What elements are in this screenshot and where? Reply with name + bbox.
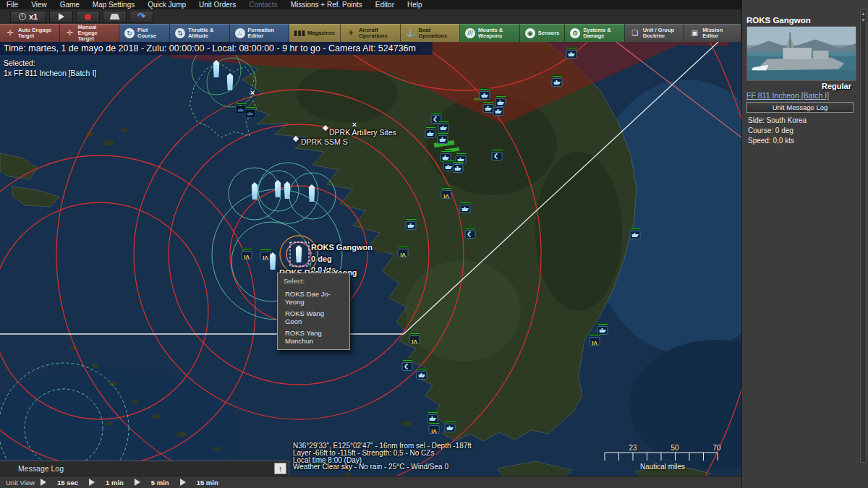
contact-glyph <box>443 188 449 201</box>
selection-label: Selected: <box>4 58 96 68</box>
map-contact-icon[interactable] <box>438 132 448 144</box>
ribbon-button[interactable]: ⚓ Boat Operations <box>401 24 461 42</box>
ribbon-button[interactable]: ▣ Mission Editor <box>684 24 741 42</box>
step-play-icon[interactable] <box>41 479 46 486</box>
map-contact-icon[interactable] <box>427 411 438 423</box>
map-scale-bar: 235070 Nautical miles <box>604 444 721 473</box>
run-pause-button[interactable] <box>49 11 73 23</box>
contact-glyph <box>485 106 492 111</box>
contact-glyph <box>440 126 447 130</box>
unit-message-log-button[interactable]: Unit Message Log <box>746 102 854 113</box>
map-contact-icon[interactable] <box>406 218 417 230</box>
time-compression-button[interactable]: x1 <box>10 11 46 23</box>
map-contact-icon[interactable] <box>441 187 452 199</box>
map-contact-icon[interactable] <box>590 334 600 346</box>
time-step: 15 min <box>180 477 224 488</box>
time-step-button[interactable]: 15 min <box>192 477 224 488</box>
ribbon-button[interactable]: ✛ Auto Engage Target <box>0 24 60 42</box>
map-contact-icon[interactable] <box>409 333 420 344</box>
map-contact-icon[interactable] <box>492 149 503 160</box>
ribbon-button-icon: ⚙ <box>570 28 580 38</box>
menu-item[interactable]: Quick Jump <box>141 0 192 9</box>
ribbon-button-icon: /// <box>465 28 475 38</box>
step-play-icon[interactable] <box>180 479 186 486</box>
friendly-ship-icon[interactable] <box>270 252 276 270</box>
friendly-ship-icon[interactable] <box>213 60 220 77</box>
expand-log-button[interactable]: ↑ <box>274 463 286 474</box>
map-viewport[interactable] <box>0 42 741 476</box>
ribbon-button-icon: ✛ <box>65 28 75 38</box>
menu-item[interactable]: Game <box>54 0 86 9</box>
map-contact-icon[interactable] <box>597 323 608 335</box>
map-contact-icon[interactable] <box>438 121 449 132</box>
menu-item[interactable]: File <box>0 0 25 9</box>
context-menu-item[interactable]: ROKS Yang Manchun <box>278 327 349 346</box>
ribbon-button-icon: ◉ <box>525 28 535 38</box>
menu-item[interactable]: Editor <box>369 0 401 9</box>
ribbon-button[interactable]: ⚙ Systems & Damage <box>565 24 625 42</box>
map-contact-icon[interactable] <box>245 106 256 118</box>
ribbon-button[interactable]: ⇅ Throttle & Altitude <box>170 24 230 42</box>
time-bar: Time: martes, 1 de mayo de 2018 - Zulu: … <box>0 42 433 55</box>
menu-item[interactable]: Missions + Ref. Points <box>284 0 369 9</box>
step-play-icon[interactable] <box>89 479 95 486</box>
ribbon-button[interactable]: /// Mounts & Weapons <box>460 24 520 42</box>
map-contact-icon[interactable] <box>242 248 252 260</box>
map-contact-icon[interactable] <box>566 47 577 59</box>
record-button[interactable] <box>76 11 100 23</box>
menu-item[interactable]: Unit Orders <box>192 0 242 9</box>
contact-glyph <box>631 233 639 237</box>
friendly-ship-icon[interactable] <box>227 73 234 90</box>
map-contact-icon[interactable] <box>552 75 563 87</box>
ribbon-button[interactable]: ❏ Unit / Group Doctrine <box>625 24 685 42</box>
contact-glyph <box>599 328 606 333</box>
ribbon-button[interactable]: ✛ Manual Engage Target <box>60 24 120 42</box>
friendly-ship-icon[interactable] <box>252 182 258 200</box>
map-contact-icon[interactable] <box>398 246 409 257</box>
message-log-bar[interactable]: Message Log ↑ <box>0 461 289 476</box>
map-contact-icon[interactable] <box>460 202 471 213</box>
x-marker-icon[interactable]: × <box>250 88 255 97</box>
map-contact-icon[interactable] <box>483 101 494 113</box>
ribbon-button[interactable]: ◉ Sensors <box>520 24 566 42</box>
friendly-ship-icon[interactable] <box>309 184 315 202</box>
map-contact-icon[interactable] <box>425 127 436 138</box>
map-contact-icon[interactable] <box>445 421 456 432</box>
step-play-icon[interactable] <box>135 479 140 486</box>
friendly-ship-icon[interactable] <box>284 181 291 199</box>
redo-button[interactable]: ↷ <box>129 11 153 23</box>
friendly-ship-icon[interactable] <box>275 180 281 197</box>
map-contact-icon[interactable] <box>260 249 271 260</box>
context-menu-item[interactable]: ROKS Dae Jo-Yeong <box>278 288 349 307</box>
menu-item[interactable]: View <box>25 0 54 9</box>
record-icon <box>85 14 91 20</box>
menu-item[interactable]: Contacts <box>242 0 284 9</box>
friendly-ship-icon[interactable] <box>296 245 302 262</box>
menu-item[interactable]: Map Settings <box>86 0 141 9</box>
ribbon-button[interactable]: ✈ Aircraft Operations <box>341 24 401 42</box>
map-contact-icon[interactable] <box>495 95 506 107</box>
contact-glyph <box>427 132 434 136</box>
ribbon-button[interactable]: ∴ Formation Editor <box>230 24 290 42</box>
scale-tick-label: 23 <box>629 444 637 452</box>
time-step-button[interactable]: 15 sec <box>52 477 83 488</box>
context-menu-item[interactable]: ROKS Wang Geon <box>278 307 349 327</box>
map-contact-icon[interactable] <box>417 368 427 380</box>
map-contact-icon[interactable] <box>429 422 440 434</box>
map-ref-label: DPRK SSM S <box>301 137 348 146</box>
unit-class-link[interactable]: FF 811 Incheon [Batch I] <box>746 91 854 100</box>
ribbon-button[interactable]: ↻ Plot Course <box>119 24 170 42</box>
map-contact-icon[interactable] <box>480 88 490 100</box>
map-contact-icon[interactable] <box>630 228 641 239</box>
time-step-button[interactable]: 1 min <box>101 477 129 488</box>
map-canvas <box>0 42 741 476</box>
menu-item[interactable]: Help <box>401 0 429 9</box>
ribbon-button[interactable]: ▮▮▮ Magazines <box>289 24 341 42</box>
sidebar-scrollbar[interactable]: ▲▼ <box>860 9 867 463</box>
map-contact-icon[interactable] <box>453 161 464 173</box>
map-mode-button[interactable] <box>103 11 127 23</box>
time-step-button[interactable]: 5 min <box>146 477 174 488</box>
map-contact-icon[interactable] <box>465 227 476 239</box>
map-contact-icon[interactable] <box>402 359 413 371</box>
map-ref-label: DPRK Artillery Sites <box>329 128 396 137</box>
